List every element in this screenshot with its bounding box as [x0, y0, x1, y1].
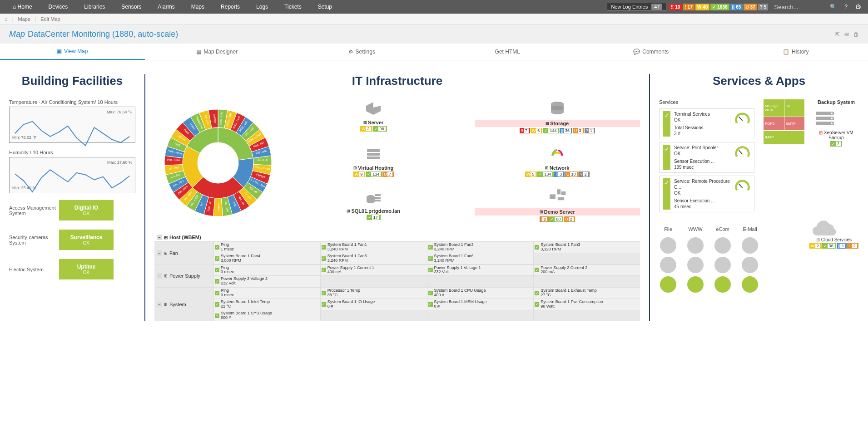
host-sensor[interactable]: ✓System Board 1 Fan63,240 RPM: [427, 253, 534, 265]
collapse-icon[interactable]: −: [157, 302, 162, 307]
tab-history[interactable]: 📋History: [724, 44, 868, 60]
status-badge[interactable]: ✓ 1638: [710, 4, 729, 10]
traffic-light-file[interactable]: File: [659, 226, 677, 294]
facility-status-box[interactable]: UptimeOK: [59, 259, 114, 279]
mini-badge: W2: [809, 243, 822, 249]
traffic-light-ecom[interactable]: eCom: [714, 226, 732, 294]
search-input[interactable]: [770, 2, 825, 12]
mini-badge: ✓17: [367, 215, 381, 220]
treemap-cell[interactable]: IMAP: [764, 131, 804, 144]
gauge-icon: [734, 111, 750, 127]
treemap-cell[interactable]: POP3: [764, 117, 784, 130]
traffic-light-www[interactable]: WWW: [686, 226, 704, 294]
service-item[interactable]: ✓Service: Print SpoolerOKSensor Executio…: [659, 142, 754, 173]
nav-sensors[interactable]: Sensors: [113, 0, 149, 14]
check-icon: ✓: [428, 302, 433, 307]
section-title-building: Building Facilities: [9, 74, 135, 88]
it-cell-sql-prtgdemo-lan[interactable]: ⊞SQL01.prtgdemo.lan✓17: [291, 188, 456, 226]
search-icon[interactable]: 🔍: [827, 4, 839, 10]
nav-devices[interactable]: Devices: [40, 0, 76, 14]
it-cell-demo-server[interactable]: ⊞Demo Server!2✓88U2: [475, 188, 640, 226]
treemap-cell[interactable]: SMTP: [784, 117, 805, 130]
host-sensor[interactable]: ✓System Board 1 SYS Usage600 #: [213, 310, 320, 322]
collapse-icon[interactable]: −: [157, 273, 162, 279]
it-cell-server[interactable]: ⊞ServerW2✓98: [291, 99, 456, 138]
host-sensor[interactable]: ✓Power Supply 2 Current 2200 mA: [533, 265, 640, 276]
service-item[interactable]: ✓Service: Remote Procedure C...OKSensor …: [659, 176, 754, 212]
power-icon[interactable]: ⏻: [853, 4, 863, 10]
tab-map-designer[interactable]: ▦Map Designer: [145, 44, 290, 60]
svg-point-37: [551, 110, 564, 114]
chart-label: Humidity / 10 Hours: [9, 150, 135, 155]
mini-badge: ||3: [554, 171, 565, 177]
breadcrumb-item[interactable]: Maps: [18, 16, 30, 22]
nav-setup[interactable]: Setup: [310, 0, 340, 14]
chart-box[interactable]: Max: 27.60 %Min: 25.40 %: [9, 157, 135, 193]
host-sensor[interactable]: ✓Power Supply 1 Voltage 1232 Volt: [427, 265, 534, 276]
it-cell-network[interactable]: ⊞NetworkW5✓134||3U10?2: [475, 145, 640, 181]
facility-status-box[interactable]: Digital IOOK: [59, 200, 114, 220]
tab-view-map[interactable]: ▣View Map: [0, 44, 145, 60]
breadcrumb-item[interactable]: Edit Map: [40, 16, 60, 22]
breadcrumb-item[interactable]: ⌂: [5, 16, 8, 22]
open-icon[interactable]: ⇱: [835, 31, 840, 38]
nav-home[interactable]: ⌂ Home: [5, 0, 40, 14]
tab-comments[interactable]: 💬Comments: [579, 44, 724, 60]
host-sensor[interactable]: ✓Power Supply 1 Current 1400 mA: [320, 265, 427, 276]
host-sensor[interactable]: ✓Power Supply 2 Voltage 2232 Volt: [213, 276, 320, 287]
treemap-cell[interactable]: IIS: [784, 99, 805, 117]
host-sensor[interactable]: ✓System Board 1 MEM Usage0 #: [427, 299, 534, 310]
tab-settings[interactable]: ⚙Settings: [289, 44, 434, 60]
status-badge[interactable]: || 65: [730, 4, 743, 10]
host-sensor[interactable]: ✓Ping0 msec: [213, 265, 320, 276]
demo-icon: [548, 188, 566, 206]
mini-badge: U7: [382, 171, 394, 177]
status-badge[interactable]: W 40: [695, 4, 710, 10]
host-sensor[interactable]: ✓System Board 1 CPU Usage400 #: [427, 288, 534, 299]
it-cell-virtual-hosting[interactable]: ⊞Virtual HostingW9✓134U7: [291, 145, 456, 181]
collapse-icon[interactable]: −: [157, 250, 162, 256]
status-badge[interactable]: ? 5: [758, 4, 769, 10]
host-sensor[interactable]: ✓System Board 1 Pwr Consumption98 Watt: [533, 299, 640, 310]
collapse-icon[interactable]: −: [157, 235, 162, 240]
nav-reports[interactable]: Reports: [213, 0, 248, 14]
host-sensor[interactable]: ✓Ping1 msec: [213, 242, 320, 253]
facility-status-box[interactable]: SurveillanceOK: [59, 230, 114, 250]
host-sensor[interactable]: ✓System Board 1 IO Usage0 #: [320, 299, 427, 310]
mini-badge: ✓36: [822, 243, 836, 249]
host-sensor[interactable]: ✓System Board 1 Inlet Temp22 °C: [213, 299, 320, 310]
host-sensor[interactable]: ✓System Board 1 Fan23,240 RPM: [427, 242, 534, 253]
svg-rect-46: [375, 197, 381, 199]
host-sensor[interactable]: ✓System Board 1 Fan53,240 RPM: [320, 253, 427, 265]
host-sensor[interactable]: ✓System Board 1 Fan33,120 RPM: [533, 242, 640, 253]
chart-box[interactable]: Max: 76.64 °FMin: 75.02 °F: [9, 107, 135, 143]
host-sensor[interactable]: ✓Processor 1 Temp38 °C: [320, 288, 427, 299]
treemap[interactable]: MS SQL 2016IISPOP3SMTPIMAP: [764, 99, 804, 215]
it-cell-name: Storage: [550, 121, 569, 126]
mail-icon[interactable]: ✉: [844, 31, 849, 38]
nav-libraries[interactable]: Libraries: [76, 0, 113, 14]
host-sensor[interactable]: ✓System Board 1 Exhaust Temp27 °C: [533, 288, 640, 299]
traffic-light-e-mail[interactable]: E-Mail: [741, 226, 759, 294]
it-cell-storage[interactable]: ⊞Storage!!7W6✓144||36U3?1: [475, 99, 640, 138]
svg-point-58: [831, 118, 833, 119]
service-item[interactable]: ✓Terminal ServicesOKTotal Sessions3 #: [659, 108, 754, 139]
host-sensor[interactable]: ✓System Board 1 Fan13,240 RPM: [320, 242, 427, 253]
host-sensor[interactable]: ✓System Board 1 Fan43,000 RPM: [213, 253, 320, 265]
new-log-entries[interactable]: New Log Entries 47: [607, 3, 666, 11]
host-sensor[interactable]: ✓Ping0 msec: [213, 288, 320, 299]
delete-icon[interactable]: 🗑: [853, 31, 859, 38]
help-icon[interactable]: ?: [842, 4, 850, 10]
status-badge[interactable]: ! 17: [683, 4, 694, 10]
nav-tickets[interactable]: Tickets: [276, 0, 310, 14]
host-group-label: −⊞System: [154, 288, 213, 321]
tab-get-html[interactable]: Get HTML: [434, 44, 579, 60]
mini-badge: ||36: [560, 128, 572, 133]
nav-alarms[interactable]: Alarms: [149, 0, 183, 14]
sunburst-chart[interactable]: AWS...I AUAWS...I DEAWS...I USFFM...alth…: [154, 99, 282, 226]
nav-maps[interactable]: Maps: [183, 0, 213, 14]
treemap-cell[interactable]: MS SQL 2016: [764, 99, 784, 117]
status-badge[interactable]: !! 10: [669, 4, 682, 10]
nav-logs[interactable]: Logs: [248, 0, 276, 14]
status-badge[interactable]: U 37: [744, 4, 757, 10]
